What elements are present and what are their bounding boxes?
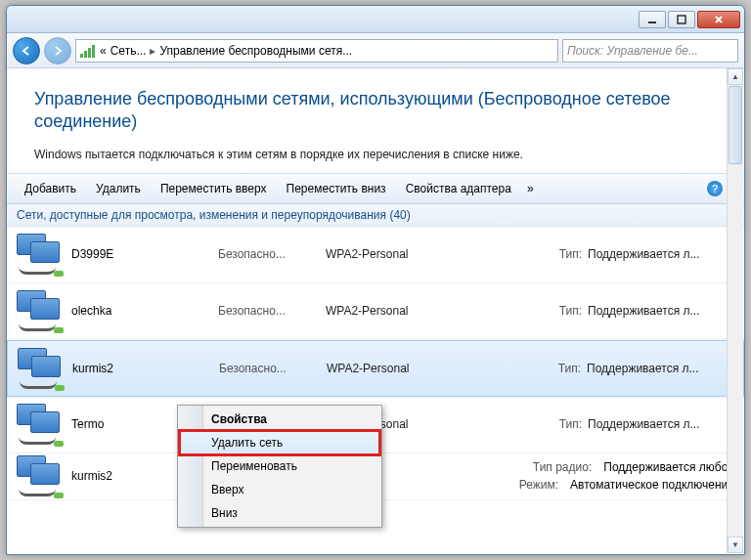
breadcrumb-prefix: «: [100, 44, 107, 58]
encryption-value: WPA2-Personal: [326, 247, 472, 261]
header-section: Управление беспроводными сетями, использ…: [7, 68, 744, 173]
maximize-button[interactable]: [668, 11, 695, 28]
type-label: Тип:: [558, 362, 581, 375]
network-icon: [17, 290, 62, 331]
security-label: Безопасно...: [219, 362, 327, 375]
toolbar: Добавить Удалить Переместить вверх Перем…: [7, 173, 744, 204]
menu-item-move-up[interactable]: Вверх: [180, 478, 379, 501]
add-button[interactable]: Добавить: [15, 178, 86, 199]
breadcrumb-seg2[interactable]: Управление беспроводными сетя...: [159, 44, 352, 58]
minimize-button[interactable]: [639, 11, 666, 28]
scroll-up-arrow[interactable]: ▲: [728, 68, 743, 85]
menu-item-rename[interactable]: Переименовать: [180, 454, 379, 478]
breadcrumb-sep: ▸: [150, 44, 155, 58]
page-description: Windows пытается подключаться к этим сет…: [34, 148, 717, 161]
adapter-properties-button[interactable]: Свойства адаптера: [396, 178, 521, 199]
network-name: olechka: [71, 304, 218, 318]
type-value: Поддерживается л...: [588, 417, 734, 431]
type-label: Тип:: [559, 417, 582, 431]
toolbar-overflow[interactable]: »: [521, 178, 540, 199]
titlebar[interactable]: [7, 6, 744, 33]
type-value: Поддерживается л...: [587, 362, 733, 375]
menu-item-properties[interactable]: Свойства: [180, 408, 379, 431]
network-icon: [17, 234, 62, 275]
type-value: Поддерживается л...: [588, 247, 734, 261]
context-menu: Свойства Удалить сеть Переименовать Ввер…: [177, 405, 382, 528]
radio-type-label: Тип радио:: [533, 460, 592, 474]
svg-rect-0: [648, 22, 656, 23]
menu-item-move-down[interactable]: Вниз: [180, 501, 379, 525]
network-signal-icon: [80, 44, 96, 58]
search-box[interactable]: Поиск: Управление бе...: [562, 39, 738, 63]
type-value: Поддерживается л...: [588, 304, 734, 318]
scroll-down-arrow[interactable]: ▼: [728, 537, 743, 553]
forward-button[interactable]: [44, 37, 71, 65]
security-label: Безопасно...: [218, 247, 326, 261]
vertical-scrollbar[interactable]: ▲ ▼: [727, 68, 743, 553]
navigation-bar: « Сеть... ▸ Управление беспроводными сет…: [7, 33, 744, 68]
encryption-value: WPA2-Personal: [326, 304, 472, 318]
menu-item-delete-network[interactable]: Удалить сеть: [180, 431, 379, 454]
section-label-text: Сети, доступные для просмотра, изменения…: [17, 208, 411, 222]
mode-value: Автоматическое подключение: [570, 478, 734, 492]
remove-button[interactable]: Удалить: [86, 178, 151, 199]
network-icon: [17, 455, 62, 496]
type-label: Тип:: [559, 247, 582, 261]
network-icon: [18, 348, 63, 389]
scroll-thumb[interactable]: [729, 86, 742, 164]
security-label: Безопасно...: [218, 304, 326, 318]
svg-rect-1: [678, 16, 685, 23]
move-up-button[interactable]: Переместить вверх: [151, 178, 277, 199]
section-header: Сети, доступные для просмотра, изменения…: [7, 204, 744, 227]
network-name: kurmis2: [72, 362, 219, 375]
network-name: D3999E: [71, 247, 218, 261]
radio-type-value: Поддерживается любое: [603, 460, 734, 474]
mode-label: Режим:: [519, 478, 558, 492]
address-bar[interactable]: « Сеть... ▸ Управление беспроводными сет…: [75, 39, 558, 63]
list-item[interactable]: D3999E Безопасно... WPA2-Personal Тип: П…: [7, 227, 744, 283]
move-down-button[interactable]: Переместить вниз: [277, 178, 396, 199]
close-button[interactable]: [697, 11, 740, 28]
search-placeholder: Поиск: Управление бе...: [567, 44, 698, 58]
explorer-window: « Сеть... ▸ Управление беспроводными сет…: [6, 5, 745, 555]
page-title: Управление беспроводными сетями, использ…: [34, 88, 717, 134]
type-label: Тип:: [559, 304, 582, 318]
encryption-value: WPA2-Personal: [327, 362, 473, 375]
back-button[interactable]: [13, 37, 40, 65]
help-icon[interactable]: ?: [707, 181, 723, 196]
list-item[interactable]: olechka Безопасно... WPA2-Personal Тип: …: [7, 283, 744, 340]
network-icon: [17, 404, 62, 445]
breadcrumb-seg1[interactable]: Сеть...: [110, 44, 147, 58]
list-item-selected[interactable]: kurmis2 Безопасно... WPA2-Personal Тип: …: [7, 340, 744, 397]
